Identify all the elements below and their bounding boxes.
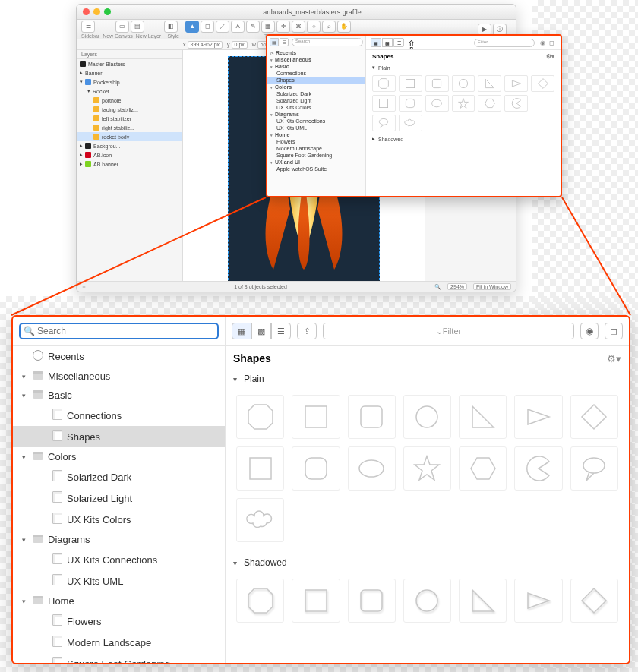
layer-row[interactable]: ▸AB.icon <box>77 150 182 159</box>
shape-square2[interactable] <box>236 446 284 491</box>
hand-tool-button[interactable]: ✋ <box>337 21 351 33</box>
grid-large-icon[interactable]: ▦ <box>371 38 381 47</box>
close-icon[interactable] <box>83 8 90 15</box>
sidebar-item[interactable]: Solarized Dark <box>13 466 225 487</box>
mini-group[interactable]: ▾Diagrams <box>267 111 365 118</box>
point-tool-button[interactable]: ✛ <box>276 21 290 33</box>
minimize-icon[interactable] <box>93 8 100 15</box>
mini-group[interactable]: ▾Home <box>267 131 365 138</box>
shape-right-triangle[interactable] <box>459 395 507 439</box>
sidebar-recents[interactable]: Recents <box>13 346 225 367</box>
sidebar-group-diagrams[interactable]: ▾Diagrams <box>13 530 225 549</box>
mini-item[interactable]: UX Kits UML <box>267 125 365 131</box>
mini-section-plain[interactable]: ▾Plain <box>366 63 561 72</box>
detach-icon[interactable]: ◻ <box>547 39 556 46</box>
shape-ellipse[interactable] <box>348 446 396 491</box>
shape-rounded2[interactable] <box>399 95 422 112</box>
detach-icon[interactable]: ◻ <box>605 323 623 339</box>
shape-rounded[interactable] <box>425 75 449 92</box>
mini-group[interactable]: ▾Miscellaneous <box>267 56 365 63</box>
eye-icon[interactable]: ◉ <box>580 323 599 339</box>
mini-item-selected[interactable]: Shapes <box>267 77 365 84</box>
shape-triangle[interactable] <box>514 579 562 623</box>
artboard-row[interactable]: Master Blasters <box>77 59 182 68</box>
fit-window-button[interactable]: Fit in Window <box>473 283 511 290</box>
shape-hexagon[interactable] <box>478 95 501 112</box>
shape-pacman[interactable] <box>514 446 562 491</box>
shape-hexagon[interactable] <box>459 446 507 491</box>
shape-speech[interactable] <box>372 115 396 131</box>
mini-section-shadowed[interactable]: ▸Shadowed <box>366 134 561 144</box>
y-value[interactable]: 0 px <box>232 41 248 49</box>
shape-octagon[interactable] <box>372 75 396 92</box>
shape-circle[interactable] <box>403 579 451 623</box>
layer-row[interactable]: porthole <box>77 96 182 105</box>
sidebar-group-colors[interactable]: ▾Colors <box>13 447 225 466</box>
sidebar-group-basic[interactable]: ▾Basic <box>13 386 225 405</box>
view-mode-toggle[interactable]: ▦ ▩ ☰ <box>232 323 291 339</box>
mini-item[interactable]: Square Foot Gardening <box>267 152 365 159</box>
shape-square2[interactable] <box>372 95 396 112</box>
shape-diamond[interactable] <box>570 395 618 439</box>
mini-item[interactable]: Apple watchOS Suite <box>267 166 365 172</box>
search-input[interactable] <box>19 323 219 339</box>
list-icon[interactable]: ☰ <box>280 38 289 46</box>
layer-row[interactable]: ▾Rocketship <box>77 77 182 87</box>
zoom-icon[interactable] <box>104 8 111 15</box>
shape-square[interactable] <box>292 579 340 623</box>
layer-row[interactable]: right stabiliz... <box>77 123 182 132</box>
shape-diamond[interactable] <box>570 579 618 623</box>
zoom-out-icon[interactable]: 🔍 <box>434 284 441 290</box>
mini-item[interactable]: UX Kits Colors <box>267 104 365 111</box>
sidebar-item[interactable]: Solarized Light <box>13 487 225 509</box>
section-shadowed[interactable]: ▾Shadowed <box>226 554 629 571</box>
grid-small-icon[interactable]: ▩ <box>382 38 393 47</box>
shape-circle[interactable] <box>403 395 451 439</box>
text-tool-button[interactable]: A <box>231 21 245 33</box>
mini-item[interactable]: Flowers <box>267 138 365 145</box>
shape-triangle[interactable] <box>504 75 528 92</box>
artboard-tool-button[interactable]: ▦ <box>261 21 275 33</box>
line-tool-button[interactable]: ／ <box>216 21 229 33</box>
shape-circle[interactable] <box>452 75 475 92</box>
mini-group[interactable]: ▾UX and UI <box>267 159 365 166</box>
shape-ellipse[interactable] <box>425 95 449 112</box>
layer-row[interactable]: left stabilizer <box>77 114 182 123</box>
zoom-level[interactable]: 294% <box>447 283 467 290</box>
sidebar-item-connections[interactable]: Connections <box>13 405 225 426</box>
shape-cloud[interactable] <box>399 115 422 131</box>
mini-group[interactable]: ▾Basic <box>267 63 365 70</box>
grid-icon[interactable]: ▦ <box>270 38 279 46</box>
sidebar-item[interactable]: UX Kits UML <box>13 570 225 592</box>
shape-cloud[interactable] <box>236 498 284 542</box>
section-plain[interactable]: ▾Plain <box>226 371 629 387</box>
layer-row[interactable]: ▸Banner <box>77 68 182 77</box>
shape-rounded[interactable] <box>348 395 396 439</box>
list-view-icon[interactable]: ☰ <box>393 38 404 47</box>
filter-input[interactable]: ⌄ Filter <box>323 323 574 339</box>
mini-view-mode-toggle[interactable]: ▦ ▩ ☰ <box>371 38 404 47</box>
shape-diamond[interactable] <box>531 75 554 92</box>
sidebar-group-home[interactable]: ▾Home <box>13 592 225 610</box>
style-button[interactable]: ◧ <box>164 21 178 33</box>
shape-square[interactable] <box>399 75 422 92</box>
shape-speech[interactable] <box>570 446 618 491</box>
layer-row[interactable]: ▾Rocket <box>77 87 182 96</box>
sidebar-toggle-button[interactable]: ☰ <box>81 21 95 33</box>
mini-item[interactable]: UX Kits Connections <box>267 118 365 125</box>
mini-item[interactable]: Solarized Light <box>267 97 365 104</box>
share-icon[interactable]: ⇪ <box>297 323 317 339</box>
add-layer-icon[interactable]: ＋ <box>81 283 87 291</box>
new-canvas-button[interactable]: ▭ <box>115 21 129 33</box>
shape-octagon[interactable] <box>236 395 284 439</box>
zoom-tool-button[interactable]: ⌕ <box>322 21 336 33</box>
mini-filter-field[interactable]: Filter <box>474 39 535 47</box>
eye-icon[interactable]: ◉ <box>538 39 547 46</box>
share-icon[interactable]: ⇪ <box>406 38 417 47</box>
shape-triangle[interactable] <box>514 395 562 439</box>
shape-right-triangle[interactable] <box>478 75 501 92</box>
shape-octagon[interactable] <box>236 579 284 623</box>
sidebar-item-shapes[interactable]: Shapes <box>13 426 225 447</box>
sidebar-item[interactable]: Modern Landscape <box>13 632 225 653</box>
mini-item[interactable]: Modern Landscape <box>267 145 365 152</box>
